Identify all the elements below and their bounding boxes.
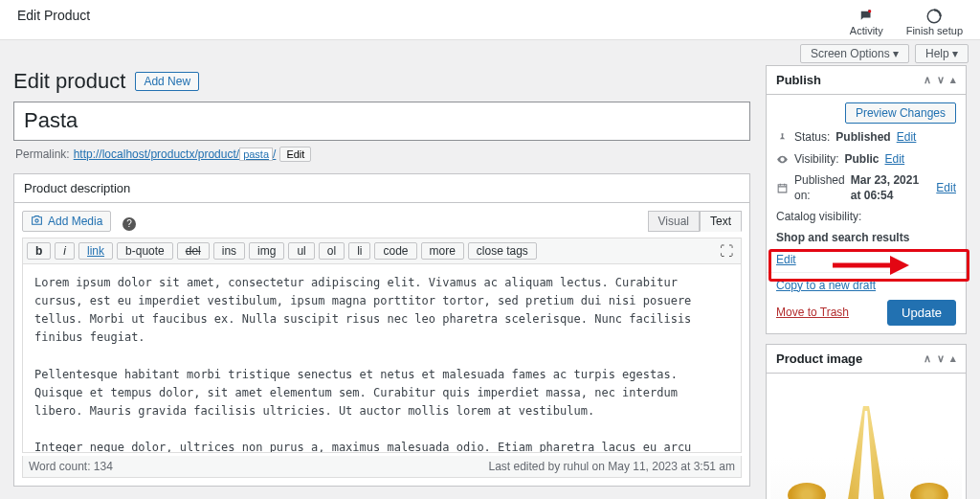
decorative-shape [788,483,826,499]
permalink-link[interactable]: http://localhost/productx/product/pasta/ [74,147,277,161]
visibility-row: Visibility: Public Edit [776,152,956,168]
page-heading: Edit product [13,69,125,94]
preview-changes-button[interactable]: Preview Changes [845,102,956,124]
qt-close[interactable]: close tags [468,242,537,260]
divider [767,272,966,273]
move-to-trash-link[interactable]: Move to Trash [776,306,849,319]
decorative-shape [910,483,948,499]
panel-controls: ∧ ∨ ▴ [924,352,956,365]
main-column: Edit product Add New Permalink: http://l… [13,65,750,499]
help-button[interactable]: Help ▾ [915,44,969,63]
top-right-icons: Activity Finish setup [850,8,963,36]
qt-del[interactable]: del [177,242,210,260]
move-down-icon[interactable]: ∨ [937,352,945,365]
qt-bold[interactable]: b [27,242,51,260]
progress-icon [925,8,943,25]
screen-options-button[interactable]: Screen Options ▾ [800,44,909,63]
permalink-slug: pasta [239,147,273,161]
publish-actions: Move to Trash Update [776,300,956,326]
qt-italic[interactable]: i [55,242,75,260]
fullscreen-icon[interactable]: ⛶ [716,243,737,259]
qt-ol[interactable]: ol [319,242,345,260]
finish-setup-label: Finish setup [906,25,963,36]
page-heading-row: Edit product Add New [13,69,750,94]
description-panel: Product description Add Media ? Visual T… [13,173,750,487]
qt-img[interactable]: img [249,242,284,260]
qt-code[interactable]: code [374,242,416,260]
tab-visual[interactable]: Visual [648,211,700,232]
panel-controls: ∧ ∨ ▴ [924,74,956,86]
permalink-row: Permalink: http://localhost/productx/pro… [15,147,748,162]
catalog-row: Catalog visibility: Shop and search resu… [776,210,956,245]
finish-setup-button[interactable]: Finish setup [906,8,963,36]
media-icon [31,215,43,227]
top-title: Edit Product [17,8,90,23]
copy-draft-link[interactable]: Copy to a new draft [776,279,956,292]
eye-icon [776,153,789,166]
last-edited: Last edited by ruhul on May 11, 2023 at … [488,460,735,473]
description-panel-title: Product description [24,181,130,195]
date-edit-link[interactable]: Edit [936,181,956,196]
catalog-edit-link[interactable]: Edit [776,253,796,266]
permalink-edit-button[interactable]: Edit [279,147,311,162]
status-edit-link[interactable]: Edit [897,130,917,146]
publish-title: Publish [776,73,821,87]
publish-panel-body: Preview Changes Status: Published Edit V… [767,95,966,333]
qt-link[interactable]: link [78,242,113,260]
add-media-button[interactable]: Add Media [22,211,111,232]
product-title-input[interactable] [13,102,750,141]
utility-bar: Screen Options ▾ Help ▾ [0,40,980,63]
help-icon[interactable]: ? [122,217,136,231]
product-image-panel: Product image ∧ ∨ ▴ [766,344,967,499]
visibility-edit-link[interactable]: Edit [884,152,904,168]
publish-panel: Publish ∧ ∨ ▴ Preview Changes Status: Pu… [766,65,967,334]
quicktags-toolbar: b i link b-quote del ins img ul ol li co… [22,238,742,263]
content-area: Edit product Add New Permalink: http://l… [0,63,980,499]
product-image-thumbnail[interactable] [770,377,962,499]
word-count: Word count: 134 [29,460,113,473]
update-button[interactable]: Update [887,300,956,326]
move-down-icon[interactable]: ∨ [937,74,945,86]
editor-tabs: Visual Text [648,211,742,232]
toggle-icon[interactable]: ▴ [950,74,956,86]
qt-ins[interactable]: ins [213,242,245,260]
sidebar: Publish ∧ ∨ ▴ Preview Changes Status: Pu… [766,65,967,499]
qt-more[interactable]: more [421,242,464,260]
activity-button[interactable]: Activity [850,8,883,36]
svg-point-0 [869,10,872,12]
product-image-body [767,374,966,499]
calendar-icon [776,182,789,194]
decorative-shape [837,406,895,499]
toggle-icon[interactable]: ▴ [950,352,956,365]
product-image-title: Product image [776,352,862,366]
pin-icon [776,131,789,144]
admin-top-bar: Edit Product Activity Finish setup [0,0,980,40]
move-up-icon[interactable]: ∧ [924,352,931,365]
activity-icon [858,8,875,25]
tab-text[interactable]: Text [700,211,742,232]
publish-panel-head: Publish ∧ ∨ ▴ [767,66,966,95]
media-controls: Add Media ? [22,211,136,232]
editor-top-row: Add Media ? Visual Text [22,211,742,232]
activity-label: Activity [850,25,883,36]
product-image-head: Product image ∧ ∨ ▴ [767,345,966,374]
permalink-label: Permalink: [15,147,70,161]
description-panel-body: Add Media ? Visual Text b i link b-quote… [14,203,749,486]
status-row: Status: Published Edit [776,130,956,146]
description-panel-head: Product description [14,174,749,203]
published-on-row: Published on: Mar 23, 2021 at 06:54 Edit [776,173,956,203]
add-new-button[interactable]: Add New [135,72,199,91]
move-up-icon[interactable]: ∧ [924,74,931,86]
editor-status-bar: Word count: 134 Last edited by ruhul on … [22,456,742,478]
content-textarea[interactable] [22,263,742,453]
qt-li[interactable]: li [348,242,370,260]
qt-ul[interactable]: ul [288,242,314,260]
qt-bquote[interactable]: b-quote [117,242,173,260]
